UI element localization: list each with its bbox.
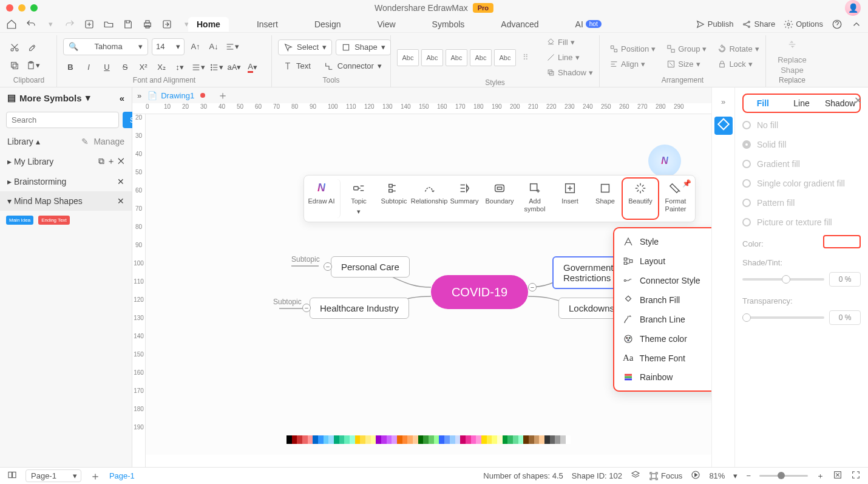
ctx-insert[interactable]: Insert: [553, 179, 587, 218]
radio-no-fill[interactable]: No fill: [742, 118, 861, 132]
zoom-out-button[interactable]: −: [746, 471, 751, 480]
rp-tab-line[interactable]: Line: [782, 95, 821, 112]
dd-branch-line[interactable]: Branch Line▸: [614, 310, 711, 329]
replace-shape-icon[interactable]: [785, 37, 799, 52]
cut-icon[interactable]: [7, 40, 22, 55]
dd-style[interactable]: Style▸: [614, 232, 711, 251]
manage-library-button[interactable]: ✎ Manage: [81, 137, 124, 146]
dd-theme-color[interactable]: Theme color▸: [614, 329, 711, 349]
new-icon[interactable]: [84, 19, 95, 30]
strike-icon[interactable]: S: [118, 60, 132, 75]
list-icon[interactable]: ▾: [209, 60, 223, 75]
format-brush-icon[interactable]: [25, 40, 40, 55]
open-icon[interactable]: [103, 19, 114, 30]
bold-icon[interactable]: B: [63, 60, 78, 75]
user-avatar[interactable]: 👤: [845, 0, 861, 16]
italic-icon[interactable]: I: [81, 60, 96, 75]
save-icon[interactable]: [123, 19, 134, 30]
layers-icon[interactable]: [631, 470, 640, 482]
size-menu[interactable]: Size▾: [663, 58, 710, 70]
line-spacing-icon[interactable]: ▾: [191, 60, 205, 75]
fill-panel-icon[interactable]: [714, 117, 733, 135]
style-thumb-3[interactable]: Abc: [446, 49, 467, 66]
home-icon[interactable]: [6, 19, 17, 30]
shadow-menu[interactable]: Shadow▾: [543, 67, 597, 78]
lock-menu[interactable]: Lock▾: [714, 58, 762, 70]
font-family-select[interactable]: 🔍Tahoma▾: [63, 38, 148, 55]
radio-single-gradient-fill[interactable]: Single color gradient fill: [742, 176, 861, 191]
ctx-beautify[interactable]: Beautify: [623, 179, 657, 218]
zoom-slider[interactable]: [759, 475, 808, 477]
select-tool[interactable]: Select▾: [278, 39, 332, 55]
dd-connector-style[interactable]: Connector Style▸: [614, 271, 711, 290]
color-swatch[interactable]: [823, 235, 861, 248]
pages-icon[interactable]: [7, 470, 17, 482]
ctx-boundary[interactable]: Boundary: [483, 179, 517, 218]
current-page-label[interactable]: Page-1: [109, 471, 135, 480]
library-label[interactable]: Library: [7, 137, 33, 146]
window-close[interactable]: [6, 4, 13, 12]
node-healthcare-industry[interactable]: Healthcare Industry: [310, 298, 409, 319]
dd-branch-fill[interactable]: Branch Fill▸: [614, 290, 711, 310]
rp-tab-fill[interactable]: Fill: [744, 95, 782, 112]
undo-dropdown-icon[interactable]: ▾: [45, 19, 56, 30]
text-tool[interactable]: Text: [278, 59, 316, 73]
line-menu[interactable]: Line▾: [543, 52, 597, 63]
shade-value[interactable]: 0 %: [829, 272, 861, 287]
fill-menu[interactable]: Fill▾: [543, 36, 597, 48]
radio-gradient-fill[interactable]: Gradient fill: [742, 157, 861, 171]
replace-shape-label[interactable]: Replace Shape: [778, 55, 807, 76]
style-thumb-1[interactable]: Abc: [397, 49, 419, 66]
close-panel-icon[interactable]: ✕: [854, 95, 862, 106]
align-icon[interactable]: ▾: [225, 39, 239, 54]
symbol-search-input[interactable]: [6, 112, 119, 128]
fit-page-icon[interactable]: [833, 470, 843, 482]
document-tab[interactable]: 📄 Drawing1: [147, 91, 194, 100]
radio-pattern-fill[interactable]: Pattern fill: [742, 196, 861, 210]
radio-picture-fill[interactable]: Picture or texture fill: [742, 215, 861, 230]
focus-button[interactable]: Focus: [649, 471, 682, 481]
mindmap-shape-2[interactable]: Ending Text: [38, 216, 70, 225]
transparency-value[interactable]: 0 %: [829, 310, 861, 325]
help-icon[interactable]: [832, 19, 843, 30]
ctx-relationship[interactable]: Relationship: [412, 179, 446, 218]
ai-assistant-button[interactable]: N: [648, 145, 681, 177]
expand-right-panel-icon[interactable]: »: [714, 92, 733, 111]
mindmap-shapes-category[interactable]: ▾ Mind Map Shapes✕: [0, 191, 132, 211]
copy-icon[interactable]: [7, 58, 22, 73]
collapse-handle-1[interactable]: −: [324, 262, 332, 271]
tab-insert[interactable]: Insert: [248, 17, 287, 32]
node-center[interactable]: COVID-19: [431, 275, 528, 309]
export-icon[interactable]: [161, 19, 172, 30]
position-menu[interactable]: Position▾: [606, 43, 659, 55]
collapse-panel-icon[interactable]: «: [120, 93, 124, 103]
decrease-font-icon[interactable]: A↓: [206, 39, 221, 54]
zoom-in-button[interactable]: ＋: [816, 471, 824, 482]
collapse-ribbon-icon[interactable]: [851, 19, 862, 30]
color-palette[interactable]: [287, 435, 571, 444]
brainstorming-category[interactable]: ▸ Brainstorming✕: [0, 172, 132, 191]
tab-home[interactable]: Home: [188, 17, 229, 32]
collapse-handle-2[interactable]: −: [302, 304, 311, 312]
radio-solid-fill[interactable]: Solid fill: [742, 137, 861, 152]
dd-rainbow[interactable]: Rainbow▸: [614, 367, 711, 387]
style-gallery[interactable]: Abc Abc Abc Abc Abc ⠿: [397, 49, 533, 66]
share-button[interactable]: Share: [742, 19, 775, 29]
font-color-icon[interactable]: A▾: [245, 60, 260, 75]
play-icon[interactable]: [691, 470, 700, 482]
tab-ai[interactable]: AIhot: [567, 17, 610, 32]
fullscreen-icon[interactable]: [851, 470, 861, 482]
style-thumb-4[interactable]: Abc: [470, 49, 492, 66]
new-tab-button[interactable]: ＋: [217, 88, 228, 103]
ctx-shape[interactable]: Shape: [588, 179, 622, 218]
connector-tool[interactable]: Connector▾: [319, 59, 387, 73]
zoom-value[interactable]: 81%: [709, 471, 725, 480]
underline-icon[interactable]: U: [100, 60, 114, 75]
increase-font-icon[interactable]: A↑: [188, 39, 203, 54]
shape-tool[interactable]: Shape▾: [336, 39, 391, 55]
paste-icon[interactable]: ▾: [25, 58, 40, 73]
zoom-dropdown-icon[interactable]: ▾: [733, 471, 737, 480]
print-icon[interactable]: [142, 19, 153, 30]
ctx-edraw-ai[interactable]: NEdraw AI: [307, 179, 341, 218]
window-minimize[interactable]: [18, 4, 25, 12]
